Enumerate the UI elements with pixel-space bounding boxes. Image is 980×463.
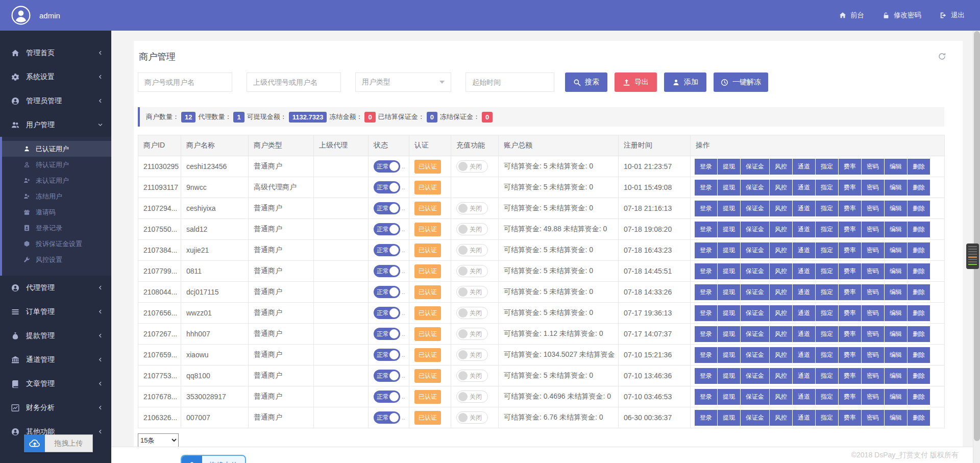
rate-action-button[interactable]: 费率 [839, 201, 861, 216]
add-button[interactable]: 添加 [664, 72, 706, 92]
rate-action-button[interactable]: 费率 [839, 263, 861, 279]
search-button[interactable]: 搜索 [565, 72, 607, 92]
delete-action-button[interactable]: 删除 [908, 389, 930, 405]
sidebar-upload-widget[interactable]: 拖拽上传 [24, 434, 93, 452]
login-action-button[interactable]: 登录 [695, 284, 717, 300]
charge-toggle[interactable]: 关闭 [456, 370, 488, 382]
risk-action-button[interactable]: 风控 [770, 389, 792, 405]
sidebar-item-system-settings[interactable]: 系统设置 [0, 65, 111, 89]
deposit-action-button[interactable]: 保证金 [741, 180, 769, 196]
status-toggle[interactable]: 正常 [374, 349, 400, 361]
agent-search-input[interactable] [247, 72, 341, 92]
login-action-button[interactable]: 登录 [695, 242, 717, 258]
login-action-button[interactable]: 登录 [695, 201, 717, 216]
withdraw-action-button[interactable]: 提现 [718, 263, 740, 279]
assign-action-button[interactable]: 指定 [816, 284, 838, 300]
edit-action-button[interactable]: 编辑 [885, 368, 907, 384]
delete-action-button[interactable]: 删除 [908, 284, 930, 300]
risk-action-button[interactable]: 风控 [770, 368, 792, 384]
risk-action-button[interactable]: 风控 [770, 180, 792, 196]
charge-toggle[interactable]: 关闭 [456, 202, 488, 214]
charge-toggle[interactable]: 关闭 [456, 391, 488, 403]
charge-toggle[interactable]: 关闭 [456, 160, 488, 173]
deposit-action-button[interactable]: 保证金 [741, 326, 769, 342]
topbar-link-change-password[interactable]: 修改密码 [883, 11, 921, 20]
scrollbar-thumb[interactable] [974, 31, 980, 441]
charge-toggle[interactable]: 关闭 [456, 244, 488, 256]
assign-action-button[interactable]: 指定 [816, 159, 838, 175]
topbar-link-frontend[interactable]: 前台 [839, 11, 864, 20]
assign-action-button[interactable]: 指定 [816, 180, 838, 196]
sidebar-subitem-pending-users[interactable]: 待认证用户 [2, 157, 111, 173]
withdraw-action-button[interactable]: 提现 [718, 305, 740, 321]
edit-action-button[interactable]: 编辑 [885, 410, 907, 426]
delete-action-button[interactable]: 删除 [908, 368, 930, 384]
edit-action-button[interactable]: 编辑 [885, 305, 907, 321]
channel-action-button[interactable]: 通道 [793, 410, 815, 426]
sidebar-item-user-management[interactable]: 用户管理 [0, 113, 111, 137]
sidebar-subitem-frozen-users[interactable]: 冻结用户 [2, 188, 111, 204]
edit-action-button[interactable]: 编辑 [885, 263, 907, 279]
password-action-button[interactable]: 密码 [862, 284, 884, 300]
rate-action-button[interactable]: 费率 [839, 284, 861, 300]
rate-action-button[interactable]: 费率 [839, 368, 861, 384]
risk-action-button[interactable]: 风控 [770, 284, 792, 300]
channel-action-button[interactable]: 通道 [793, 305, 815, 321]
deposit-action-button[interactable]: 保证金 [741, 284, 769, 300]
delete-action-button[interactable]: 删除 [908, 242, 930, 258]
status-toggle[interactable]: 正常 [374, 244, 400, 256]
password-action-button[interactable]: 密码 [862, 242, 884, 258]
assign-action-button[interactable]: 指定 [816, 222, 838, 237]
assign-action-button[interactable]: 指定 [816, 263, 838, 279]
start-time-input[interactable] [465, 72, 554, 92]
risk-action-button[interactable]: 风控 [770, 347, 792, 363]
bottom-upload-widget[interactable]: 拖拽上传 [181, 455, 246, 463]
status-toggle[interactable]: 正常 [374, 411, 400, 424]
deposit-action-button[interactable]: 保证金 [741, 368, 769, 384]
charge-toggle[interactable]: 关闭 [456, 307, 488, 319]
password-action-button[interactable]: 密码 [862, 410, 884, 426]
channel-action-button[interactable]: 通道 [793, 263, 815, 279]
unfreeze-button[interactable]: 一键解冻 [714, 72, 768, 92]
channel-action-button[interactable]: 通道 [793, 222, 815, 237]
channel-action-button[interactable]: 通道 [793, 347, 815, 363]
password-action-button[interactable]: 密码 [862, 222, 884, 237]
sidebar-item-agent-management[interactable]: 代理管理 [0, 276, 111, 300]
edit-action-button[interactable]: 编辑 [885, 180, 907, 196]
sidebar-subitem-invite-code[interactable]: 邀请码 [2, 204, 111, 220]
channel-action-button[interactable]: 通道 [793, 159, 815, 175]
sidebar-item-admin-management[interactable]: 管理员管理 [0, 89, 111, 113]
login-action-button[interactable]: 登录 [695, 410, 717, 426]
withdraw-action-button[interactable]: 提现 [718, 389, 740, 405]
login-action-button[interactable]: 登录 [695, 263, 717, 279]
channel-action-button[interactable]: 通道 [793, 242, 815, 258]
deposit-action-button[interactable]: 保证金 [741, 305, 769, 321]
delete-action-button[interactable]: 删除 [908, 326, 930, 342]
sidebar-item-dashboard[interactable]: 管理首页 [0, 41, 111, 65]
rate-action-button[interactable]: 费率 [839, 222, 861, 237]
withdraw-action-button[interactable]: 提现 [718, 326, 740, 342]
edit-action-button[interactable]: 编辑 [885, 389, 907, 405]
capture-widget[interactable] [966, 243, 979, 269]
sidebar-item-channel-management[interactable]: 通道管理 [0, 348, 111, 372]
sidebar-item-finance-analysis[interactable]: 财务分析 [0, 396, 111, 420]
status-toggle[interactable]: 正常 [374, 223, 400, 235]
assign-action-button[interactable]: 指定 [816, 326, 838, 342]
edit-action-button[interactable]: 编辑 [885, 201, 907, 216]
channel-action-button[interactable]: 通道 [793, 284, 815, 300]
status-toggle[interactable]: 正常 [374, 202, 400, 214]
risk-action-button[interactable]: 风控 [770, 201, 792, 216]
rate-action-button[interactable]: 费率 [839, 410, 861, 426]
withdraw-action-button[interactable]: 提现 [718, 368, 740, 384]
withdraw-action-button[interactable]: 提现 [718, 201, 740, 216]
risk-action-button[interactable]: 风控 [770, 326, 792, 342]
channel-action-button[interactable]: 通道 [793, 180, 815, 196]
delete-action-button[interactable]: 删除 [908, 305, 930, 321]
status-toggle[interactable]: 正常 [374, 181, 400, 193]
login-action-button[interactable]: 登录 [695, 326, 717, 342]
login-action-button[interactable]: 登录 [695, 305, 717, 321]
rate-action-button[interactable]: 费率 [839, 326, 861, 342]
deposit-action-button[interactable]: 保证金 [741, 347, 769, 363]
assign-action-button[interactable]: 指定 [816, 368, 838, 384]
login-action-button[interactable]: 登录 [695, 368, 717, 384]
